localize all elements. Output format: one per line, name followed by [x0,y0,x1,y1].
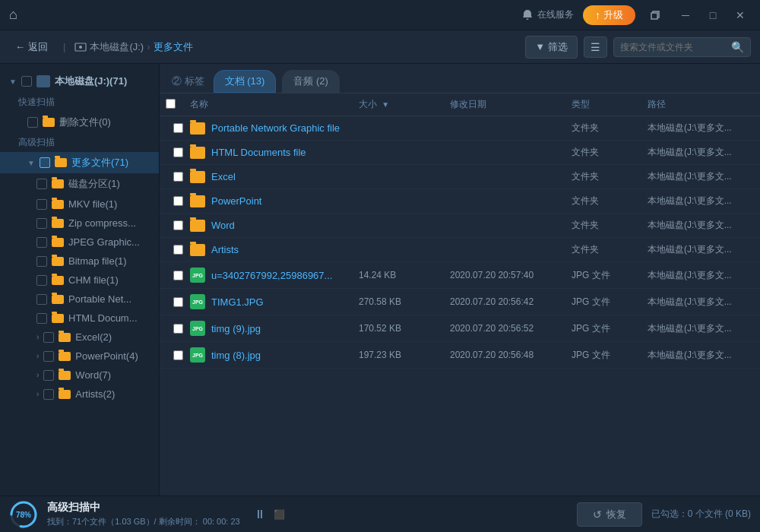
file-row-0[interactable]: Portable Network Graphic file 文件夹 本地磁盘(J… [160,116,760,141]
folder-icon-3 [52,238,64,247]
bell-icon [521,9,534,21]
file-checkbox-7[interactable] [173,297,183,307]
tab-doc-label: 文档 (13) [225,75,265,87]
window-controls: ─ □ ✕ [675,5,751,26]
file-checkbox-1[interactable] [173,147,183,157]
file-checkbox-9[interactable] [173,350,183,360]
sidebar-drive[interactable]: ▼ 本地磁盘(J:)(71) [0,70,159,93]
title-bar: ⌂ 在线服务 ↑ 升级 ─ □ ✕ [0,0,760,30]
breadcrumb-drive[interactable]: 本地磁盘(J:) [90,40,144,54]
scan-detail: 找到：71个文件（1.03 GB）/ 剩余时间： 00: 00: 23 [47,516,240,527]
maximize-button[interactable]: □ [702,5,724,26]
breadcrumb-sep1: | [63,41,65,52]
sidebar-item-3[interactable]: JPEG Graphic... [0,233,159,252]
file-checkbox-8[interactable] [173,324,183,334]
file-type-0: 文件夹 [572,122,648,135]
file-checkbox-5[interactable] [173,245,183,255]
header-name-col[interactable]: 名称 [190,98,359,111]
more-files-folder-icon [55,158,67,167]
upgrade-label: 升级 [603,8,623,22]
sidebar-item-ppt[interactable]: › PowerPoint(4) [0,347,159,366]
restore-window-button[interactable] [644,5,666,26]
restore-button[interactable]: ↺ 恢复 [577,502,642,527]
file-checkbox-4[interactable] [173,220,183,230]
sidebar: ▼ 本地磁盘(J:)(71) 快速扫描 删除文件(0) 高级扫描 ▼ 更多文件(… [0,64,160,496]
minimize-button[interactable]: ─ [675,5,696,26]
breadcrumb-current: 更多文件 [154,40,193,54]
header-size-col: 大小 ▼ [359,98,450,111]
folder-icon-row5 [190,244,205,256]
search-input[interactable] [620,42,727,52]
folder-icon-artists [59,390,71,399]
scan-controls: ⏸ ⬛ [252,507,287,522]
restore-label: 恢复 [606,508,626,521]
file-row-7[interactable]: JPG TIMG1.JPG 270.58 KB 2020.07.20 20:56… [160,289,760,315]
sidebar-item-7[interactable]: HTML Docum... [0,309,159,328]
jpg-icon-7: JPG [190,294,205,309]
file-row-1[interactable]: HTML Documents file 文件夹 本地磁盘(J:\更多文... [160,141,760,165]
folder-icon-6 [52,295,64,304]
sidebar-item-label-excel: Excel(2) [75,331,112,343]
file-name-9: JPG timg (8).jpg [190,347,359,363]
file-row-6[interactable]: JPG u=3402767992,25986967... 14.24 KB 20… [160,262,760,289]
sidebar-more-files[interactable]: ▼ 更多文件(71) [0,152,159,173]
file-checkbox-3[interactable] [173,196,183,206]
header-type-col[interactable]: 类型 [572,98,648,111]
file-checkbox-0[interactable] [173,123,183,133]
search-icon[interactable]: 🔍 [731,41,744,53]
stop-button[interactable]: ⬛ [272,507,287,522]
tab-doc[interactable]: 文档 (13) [214,70,277,93]
menu-button[interactable]: ☰ [584,36,607,58]
advanced-scan-section[interactable]: 高级扫描 [0,133,159,152]
sidebar-item-label-7: HTML Docum... [68,312,138,324]
jpg-icon-9: JPG [190,347,205,363]
header-date-col[interactable]: 修改日期 [450,98,572,111]
file-list: Portable Network Graphic file 文件夹 本地磁盘(J… [160,116,760,496]
home-icon[interactable]: ⌂ [9,7,17,23]
close-button[interactable]: ✕ [730,5,751,26]
file-row-5[interactable]: Artists 文件夹 本地磁盘(J:\更多文... [160,238,760,262]
content-area: ② 标签 文档 (13) 音频 (2) 名称 大小 ▼ 修改日期 类型 路径 [160,64,760,496]
sidebar-item-label-ppt: PowerPoint(4) [75,350,138,362]
file-row-9[interactable]: JPG timg (8).jpg 197.23 KB 2020.07.20 20… [160,342,760,369]
header-path-col[interactable]: 路径 [648,98,754,111]
progress-circle: 78% [9,500,38,529]
sidebar-item-excel[interactable]: › Excel(2) [0,328,159,347]
sidebar-item-5[interactable]: CHM file(1) [0,271,159,290]
advanced-scan-label: 高级扫描 [18,137,55,147]
quick-scan-label: 快速扫描 [18,97,55,107]
pause-button[interactable]: ⏸ [252,507,268,522]
sidebar-item-6[interactable]: Portable Net... [0,290,159,309]
select-all-checkbox[interactable] [166,99,176,109]
sidebar-item-2[interactable]: Zip compress... [0,214,159,233]
sidebar-item-1[interactable]: MKV file(1) [0,195,159,214]
file-row-2[interactable]: Excel 文件夹 本地磁盘(J:\更多文... [160,165,760,189]
titlebar-right: 在线服务 ↑ 升级 ─ □ ✕ [521,5,751,26]
folder-icon-ppt [59,352,71,361]
drive-breadcrumb-icon [74,41,87,53]
file-path-0: 本地磁盘(J:\更多文... [648,122,754,135]
tab-audio[interactable]: 音频 (2) [282,70,340,93]
upgrade-button[interactable]: ↑ 升级 [583,5,635,25]
sidebar-item-0[interactable]: 磁盘分区(1) [0,173,159,195]
breadcrumb: 本地磁盘(J:) › 更多文件 [74,40,192,54]
back-button[interactable]: ← 返回 [9,37,54,57]
quick-scan-section[interactable]: 快速扫描 [0,93,159,112]
sidebar-item-artists[interactable]: › Artists(2) [0,385,159,404]
filter-button[interactable]: ▼ 筛选 [525,36,578,59]
file-row-4[interactable]: Word 文件夹 本地磁盘(J:\更多文... [160,214,760,238]
sidebar-item-word[interactable]: › Word(7) [0,366,159,385]
sidebar-item-4[interactable]: Bitmap file(1) [0,252,159,271]
file-row-3[interactable]: PowerPoint 文件夹 本地磁盘(J:\更多文... [160,189,760,214]
file-list-header: 名称 大小 ▼ 修改日期 类型 路径 [160,93,760,116]
upgrade-arrow-icon: ↑ [595,9,600,21]
sidebar-deleted-files[interactable]: 删除文件(0) [0,112,159,133]
file-checkbox-6[interactable] [173,271,183,280]
file-row-8[interactable]: JPG timg (9).jpg 170.52 KB 2020.07.20 20… [160,315,760,342]
sidebar-item-label-5: CHM file(1) [68,274,119,286]
filter-label: 筛选 [548,40,568,54]
online-service[interactable]: 在线服务 [521,8,574,21]
jpg-icon-8: JPG [190,321,205,336]
file-checkbox-2[interactable] [173,172,183,182]
folder-icon-row3 [190,195,205,207]
